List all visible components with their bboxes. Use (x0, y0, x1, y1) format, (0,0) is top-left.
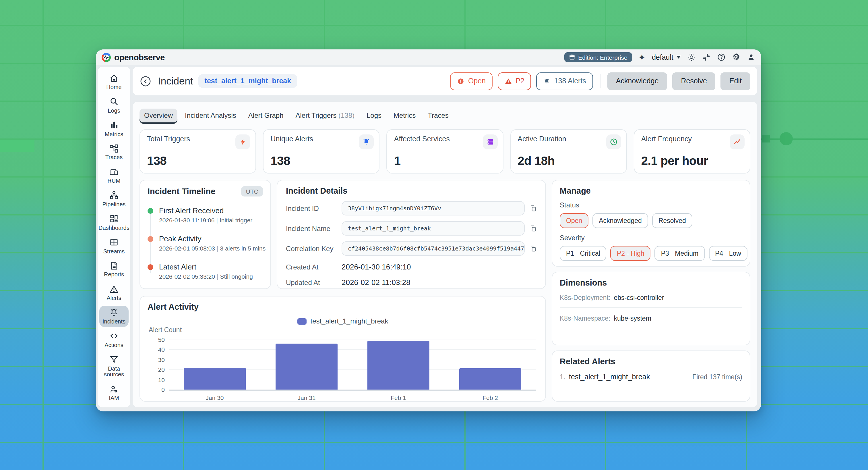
bell-icon (544, 77, 551, 85)
desktop: openobserve Edition: Enterprise ✦ defaul… (0, 0, 868, 470)
tab-logs[interactable]: Logs (362, 108, 386, 122)
sidebar-item-data-sources[interactable]: Data sources (99, 353, 129, 380)
timeline-event: Peak Activity 2026-02-01 05:08:03|3 aler… (148, 234, 263, 252)
table-icon (109, 237, 119, 247)
y-axis-tick: 40 (150, 346, 165, 353)
edit-button[interactable]: Edit (721, 72, 750, 90)
incident-content: Overview Incident Analysis Alert Graph A… (133, 102, 757, 407)
incident-id-field[interactable]: 38yVlibigx71ngm4snDY0iZT6Vv (342, 201, 525, 215)
laptop-icon (109, 167, 119, 177)
sidebar-item-streams[interactable]: Streams (99, 235, 129, 257)
sidebar-item-actions[interactable]: Actions (99, 329, 129, 351)
slack-icon[interactable] (702, 53, 711, 61)
correlation-key-field[interactable]: cf2405438ce8b7d6f08cfb5474c3951e73dac3e4… (342, 241, 525, 256)
pipeline-icon (109, 190, 119, 201)
sidebar-item-iam[interactable]: IAM (99, 382, 129, 403)
back-button[interactable] (140, 75, 152, 87)
sidebar-item-incidents[interactable]: Incidents (99, 306, 129, 327)
sidebar-item-dashboards[interactable]: Dashboards (99, 212, 129, 233)
timeline-dot (148, 236, 153, 242)
sidebar-item-metrics[interactable]: Metrics (99, 118, 129, 139)
copy-icon[interactable] (529, 205, 537, 212)
bar-chart: 01020304050 (169, 340, 536, 389)
x-axis-tick: Jan 30 (169, 394, 260, 401)
sidebar-item-alerts[interactable]: Alerts (99, 282, 129, 303)
stat-alert-frequency: Alert Frequency 2.1 per hour (634, 129, 750, 174)
tab-bar: Overview Incident Analysis Alert Graph A… (140, 108, 750, 123)
tab-traces[interactable]: Traces (423, 108, 453, 122)
tab-alert-graph[interactable]: Alert Graph (244, 108, 288, 122)
severity-p2-button[interactable]: P2 - High (611, 246, 651, 261)
severity-p3-button[interactable]: P3 - Medium (655, 246, 705, 261)
incident-name-chip[interactable]: test_alert_1_might_break (198, 74, 298, 88)
stat-active-duration: Active Duration 2d 18h (510, 129, 627, 174)
background-shape-bar (0, 140, 34, 152)
status-open-button[interactable]: Open (560, 213, 588, 228)
code-brackets-icon (109, 331, 119, 341)
bar[interactable] (459, 369, 522, 389)
sidebar-item-reports[interactable]: Reports (99, 259, 129, 280)
chart-legend[interactable]: test_alert_1_might_break (140, 317, 546, 325)
x-axis-labels: Jan 30Jan 31Feb 1Feb 2 (169, 394, 536, 401)
chart-gridline (169, 389, 536, 390)
sparkle-icon[interactable]: ✦ (639, 53, 646, 61)
timezone-badge[interactable]: UTC (241, 186, 263, 197)
user-gear-icon (109, 384, 119, 394)
tab-overview[interactable]: Overview (140, 108, 177, 122)
resolve-button[interactable]: Resolve (673, 72, 716, 90)
timeline-dot (148, 208, 153, 214)
tab-metrics[interactable]: Metrics (389, 108, 420, 122)
bell-icon (109, 307, 119, 318)
status-badge: Open (451, 72, 493, 90)
incident-name-field[interactable]: test_alert_1_might_break (342, 221, 525, 236)
bar[interactable] (183, 368, 246, 389)
search-icon (109, 96, 119, 107)
bar-chart-icon (109, 120, 119, 130)
acknowledge-button[interactable]: Acknowledge (608, 72, 668, 90)
app-name: openobserve (114, 53, 165, 62)
user-profile-icon[interactable] (747, 53, 755, 61)
bar[interactable] (367, 341, 430, 390)
severity-p4-button[interactable]: P4 - Low (709, 246, 747, 261)
incident-timeline-card: Incident Timeline UTC First Alert Receiv… (140, 180, 271, 289)
timeline-dot (148, 264, 153, 270)
x-axis-tick: Feb 1 (352, 394, 444, 401)
manage-card: Manage Status Open Acknowledged Resolved… (552, 180, 750, 267)
sidebar: Home Logs Metrics Traces RUM (98, 67, 130, 407)
copy-icon[interactable] (529, 245, 537, 252)
y-axis-label: Alert Count (149, 326, 182, 333)
status-resolved-button[interactable]: Resolved (652, 213, 692, 228)
edition-badge[interactable]: Edition: Enterprise (564, 52, 632, 62)
gift-icon (569, 54, 575, 60)
severity-p1-button[interactable]: P1 - Critical (560, 246, 607, 261)
tab-incident-analysis[interactable]: Incident Analysis (180, 108, 241, 122)
dimension-row: K8s-Namespace: kube-system (560, 315, 742, 322)
incident-header: Incident test_alert_1_might_break Open P… (133, 67, 757, 95)
sidebar-item-pipelines[interactable]: Pipelines (99, 188, 129, 210)
updated-at-value: 2026-02-02 11:03:28 (342, 278, 410, 287)
y-axis-tick: 30 (150, 356, 165, 363)
severity-badge: P2 (498, 72, 531, 90)
brand[interactable]: openobserve (102, 53, 165, 62)
sidebar-item-logs[interactable]: Logs (99, 95, 129, 116)
copy-icon[interactable] (529, 225, 537, 232)
theme-toggle-icon[interactable] (687, 53, 696, 61)
sidebar-item-traces[interactable]: Traces (99, 142, 129, 163)
legend-swatch (298, 318, 307, 324)
tab-alert-triggers[interactable]: Alert Triggers (138) (291, 108, 359, 122)
trace-graph-icon (109, 143, 119, 154)
timeline-event: First Alert Received 2026-01-30 11:19:06… (148, 206, 263, 224)
sidebar-item-rum[interactable]: RUM (99, 165, 129, 186)
stat-unique-alerts: Unique Alerts 138 (263, 129, 379, 174)
related-alert-row[interactable]: 1. test_alert_1_might_break Fired 137 ti… (560, 373, 742, 381)
app-topbar: openobserve Edition: Enterprise ✦ defaul… (96, 50, 761, 65)
sidebar-item-home[interactable]: Home (99, 71, 129, 92)
status-acknowledged-button[interactable]: Acknowledged (592, 213, 648, 228)
bar[interactable] (275, 344, 338, 389)
funnel-icon (109, 354, 119, 364)
dashboard-grid-icon (109, 214, 119, 224)
settings-gear-icon[interactable] (732, 53, 741, 61)
chevron-down-icon (676, 56, 681, 59)
help-icon[interactable] (717, 53, 725, 61)
org-selector[interactable]: default (652, 53, 681, 61)
